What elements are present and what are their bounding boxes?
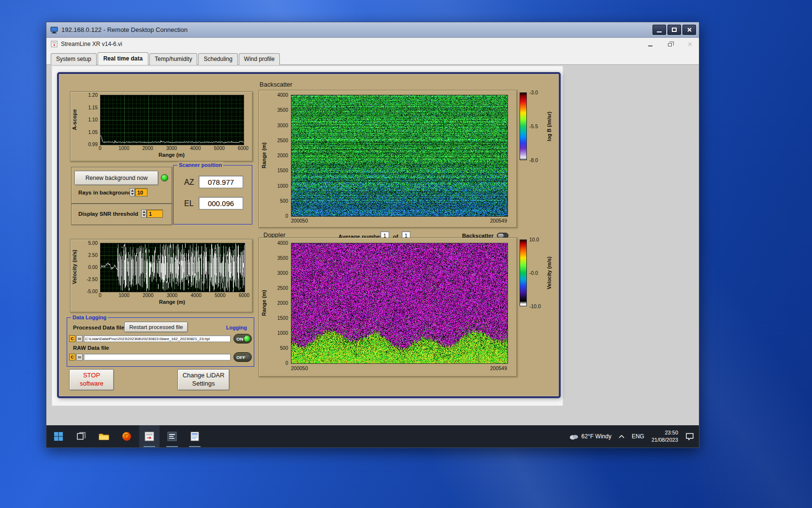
rdp-close-button[interactable]	[682, 25, 696, 35]
front-panel: A-scope 1.201.151.101.050.99 01000200030…	[57, 72, 561, 398]
decrement-icon	[143, 214, 145, 216]
stepper-arrows[interactable]	[130, 188, 135, 196]
rays-in-background-stepper: 10	[130, 188, 147, 196]
az-value-field[interactable]: 078.977	[199, 176, 243, 188]
scan-scheduler-button[interactable]	[162, 425, 182, 448]
rdp-maximize-button[interactable]	[667, 25, 681, 35]
snr-threshold-stepper: 1	[141, 209, 163, 218]
document-app-button[interactable]	[185, 425, 205, 448]
rdp-minimize-button[interactable]	[652, 25, 666, 35]
tab-system-setup[interactable]: System setup	[51, 53, 97, 65]
off-label: OFF	[236, 355, 246, 360]
processed-path-field[interactable]: C:\Lidar\Data\Proc\2023\202308\20230821\…	[84, 335, 231, 342]
change-lidar-settings-button[interactable]: Change LiDAR Settings	[177, 369, 230, 390]
streamline-app-button[interactable]	[139, 425, 160, 448]
change-button-line2: Settings	[192, 380, 215, 388]
backscatter-x-start: 200050	[291, 218, 308, 224]
raw-data-file-label: RAW Data file	[73, 345, 109, 351]
el-value-field[interactable]: 000.096	[199, 197, 243, 209]
el-label: EL	[184, 199, 194, 208]
tab-scheduling[interactable]: Scheduling	[198, 53, 237, 65]
file-explorer-icon	[99, 432, 109, 441]
stepper-arrows[interactable]	[141, 209, 146, 218]
backscatter-y-axis-label: Range (m)	[261, 95, 267, 216]
close-icon	[687, 42, 693, 47]
tab-temp-humidity[interactable]: Temp/humidity	[149, 53, 197, 65]
minimize-icon	[657, 31, 662, 32]
background-renew-led	[161, 174, 168, 181]
doppler-x-range: 200050 200549	[291, 365, 507, 371]
language-indicator[interactable]: ENG	[632, 433, 644, 440]
rdp-window-title: 192.168.0.122 - Remote Desktop Connectio…	[61, 26, 649, 33]
taskbar-clock[interactable]: 23:50 21/08/2023	[652, 429, 678, 444]
increment-icon	[143, 211, 145, 213]
hidden-icons-chevron[interactable]	[619, 434, 624, 438]
stop-button-line1: STOP	[83, 372, 100, 380]
processed-browse-button[interactable]	[76, 335, 83, 342]
renew-background-button[interactable]: Renew background now	[74, 171, 159, 185]
a-scope-x-axis-label: Range (m)	[100, 152, 243, 158]
raw-path-field[interactable]	[84, 354, 231, 360]
restart-processed-file-button[interactable]: Restart processed file	[124, 322, 188, 332]
tab-real-time-data[interactable]: Real time data	[98, 52, 148, 65]
remote-desktop-area: StreamLine XR v14-6.vi System setup Real…	[46, 38, 699, 448]
rdp-window: 192.168.0.122 - Remote Desktop Connectio…	[46, 22, 699, 448]
on-label: ON	[236, 336, 243, 342]
scanner-position-title: Scanner position	[177, 162, 223, 168]
windows-start-icon	[54, 432, 63, 441]
vi-client-area: A-scope 1.201.151.101.050.99 01000200030…	[46, 65, 699, 425]
app-titlebar[interactable]: StreamLine XR v14-6.vi	[46, 38, 699, 50]
restore-icon	[668, 43, 672, 46]
stop-software-button[interactable]: STOP software	[69, 369, 114, 390]
raw-logging-toggle[interactable]: OFF	[233, 352, 252, 362]
velocity-x-axis-label: Range (m)	[100, 299, 244, 305]
raw-drive-button[interactable]: C	[69, 354, 75, 360]
snr-threshold-field[interactable]: 1	[146, 209, 163, 218]
file-explorer-button[interactable]	[94, 425, 114, 448]
clock-time: 23:50	[652, 429, 678, 436]
velocity-graph: Velocity (m/s) 5.002.500.00-2.50-5.00 01…	[70, 239, 253, 313]
velocity-x-ticks: 0100020003000400050006000	[100, 293, 244, 299]
task-view-icon	[76, 432, 86, 441]
a-scope-x-ticks: 0100020003000400050006000	[100, 146, 243, 151]
stop-button-line2: software	[80, 380, 103, 388]
doppler-colorbar	[520, 239, 527, 306]
rays-in-background-field[interactable]: 10	[135, 188, 147, 196]
weather-widget[interactable]: 62°F Windy	[569, 433, 611, 440]
background-controls-box: Renew background now Rays in background …	[71, 167, 172, 204]
firefox-icon	[122, 432, 131, 441]
labview-app-icon	[145, 432, 154, 441]
az-label: AZ	[184, 178, 194, 187]
taskbar: 62°F Windy ENG 23:50 21/08/2023	[46, 425, 699, 448]
desktop: 192.168.0.122 - Remote Desktop Connectio…	[0, 0, 812, 508]
increment-icon	[131, 190, 134, 192]
task-view-button[interactable]	[71, 425, 91, 448]
tab-wind-profile[interactable]: Wind profile	[239, 53, 280, 65]
action-center-icon[interactable]	[685, 433, 694, 440]
processed-data-file-label: Processed Data file	[73, 325, 124, 330]
doppler-plot	[291, 243, 508, 364]
velocity-plot	[100, 243, 245, 292]
backscatter-x-end: 200549	[490, 218, 507, 224]
app-minimize-button[interactable]	[642, 38, 658, 50]
raw-browse-button[interactable]	[76, 354, 83, 360]
start-button[interactable]	[48, 425, 69, 448]
minimize-icon	[648, 45, 652, 46]
processed-drive-button[interactable]: C	[69, 335, 75, 342]
app-restore-button[interactable]	[662, 38, 678, 50]
app-close-button[interactable]	[682, 38, 698, 50]
a-scope-y-axis-label: A-scope	[72, 95, 77, 144]
app-window-title: StreamLine XR v14-6.vi	[61, 41, 638, 47]
tab-strip: System setup Real time data Temp/humidit…	[46, 50, 699, 65]
rdp-titlebar[interactable]: 192.168.0.122 - Remote Desktop Connectio…	[46, 22, 699, 38]
system-tray: 62°F Windy ENG 23:50 21/08/2023	[569, 425, 694, 448]
doppler-y-ticks: 40003500300025002000150010005000	[269, 243, 289, 363]
backscatter-y-ticks: 40003500300025002000150010005000	[269, 95, 289, 216]
doppler-y-axis-label: Range (m)	[261, 243, 267, 363]
snr-threshold-label: Display SNR threshold	[78, 211, 138, 217]
rays-in-background-label: Rays in background	[78, 190, 131, 195]
firefox-button[interactable]	[116, 425, 137, 448]
backscatter-title: Backscatter	[260, 81, 292, 88]
processed-logging-toggle[interactable]: ON	[233, 334, 252, 344]
snr-threshold-box: Display SNR threshold 1	[71, 204, 172, 225]
